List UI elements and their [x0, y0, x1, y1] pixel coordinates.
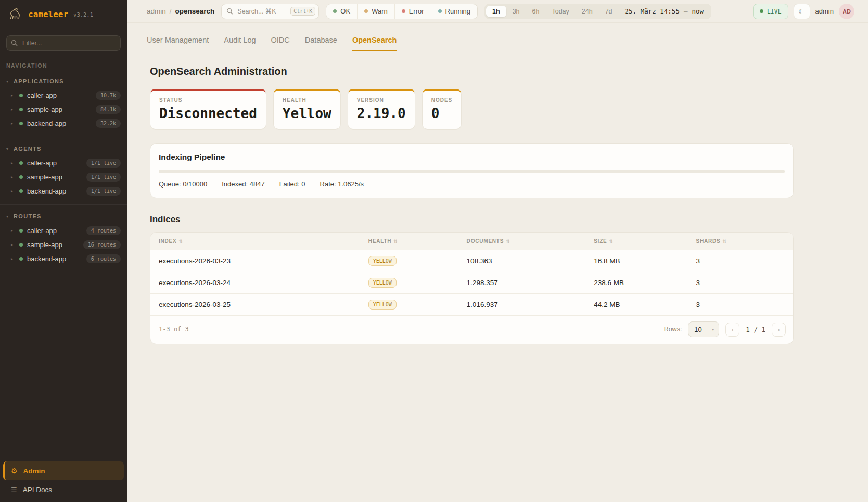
sidebar-item-application[interactable]: ▸ sample-app 84.1k — [0, 102, 127, 117]
time-range-display[interactable]: 25. März 14:55 — now — [619, 7, 710, 15]
tab[interactable]: User Management — [147, 36, 209, 51]
cell-size: 16.8 MB — [594, 250, 696, 272]
health-badge: YELLOW — [368, 300, 397, 310]
pipeline-stat: Indexed: 4847 — [222, 180, 264, 188]
chevron-down-icon: ▾ — [6, 147, 8, 151]
section-header-applications[interactable]: ▾ APPLICATIONS — [0, 75, 127, 88]
live-toggle[interactable]: LIVE — [753, 4, 788, 19]
tab[interactable]: Audit Log — [224, 36, 256, 51]
tab-label: OpenSearch — [352, 36, 397, 44]
status-dot-icon — [19, 243, 23, 247]
tab[interactable]: OIDC — [271, 36, 290, 51]
agents-list: ▸ caller-app 1/1 live ▸ sample-app 1/1 l… — [0, 156, 127, 198]
next-page-button[interactable]: › — [772, 323, 786, 337]
sidebar-item-agent[interactable]: ▸ sample-app 1/1 live — [0, 170, 127, 184]
top-bar: admin / opensearch Search... ⌘K Ctrl+K O… — [127, 0, 868, 23]
chevron-right-icon: ▸ — [11, 189, 15, 194]
time-range-button[interactable]: 6h — [526, 6, 546, 17]
sidebar-item-badge: 1/1 live — [86, 187, 121, 196]
sidebar-item-route[interactable]: ▸ backend-app 6 routes — [0, 252, 127, 266]
column-header-shards[interactable]: SHARDS⇅ — [696, 233, 793, 250]
column-header-documents[interactable]: DOCUMENTS⇅ — [467, 233, 594, 250]
avatar[interactable]: AD — [839, 4, 854, 19]
time-range-label: 24h — [582, 8, 593, 15]
section-title: AGENTS — [14, 146, 42, 152]
filter-input[interactable] — [6, 35, 121, 51]
status-filter-button[interactable]: OK — [326, 4, 357, 19]
sidebar-filter — [6, 35, 121, 51]
table-row[interactable]: executions-2026-03-24 YELLOW 1.298.357 2… — [150, 272, 793, 294]
tab[interactable]: OpenSearch — [352, 36, 397, 51]
status-dot-icon — [19, 257, 23, 261]
sidebar-item-badge: 1/1 live — [86, 173, 121, 182]
time-range-button[interactable]: 7d — [599, 6, 619, 17]
sort-icon: ⇅ — [723, 239, 727, 244]
column-header-index[interactable]: INDEX⇅ — [150, 233, 368, 250]
chevron-right-icon: ▸ — [11, 256, 15, 261]
indices-title: Indices — [150, 214, 794, 225]
time-range-button[interactable]: 3h — [506, 6, 526, 17]
stat-cards: STATUS Disconnected HEALTH Yellow VERSIO… — [150, 89, 794, 130]
list-icon: ☰ — [11, 486, 17, 494]
table-row[interactable]: executions-2026-03-25 YELLOW 1.016.937 4… — [150, 294, 793, 316]
gear-icon: ⚙ — [11, 467, 18, 475]
breadcrumb-root[interactable]: admin — [147, 7, 166, 15]
cell-shards: 3 — [696, 272, 793, 294]
sidebar-item-api-docs[interactable]: ☰ API Docs — [3, 480, 124, 497]
dark-mode-toggle[interactable]: ☾ — [794, 4, 810, 19]
cell-shards: 3 — [696, 294, 793, 316]
time-range-button[interactable]: 24h — [576, 6, 599, 17]
time-range-label: 3h — [513, 8, 520, 15]
indexing-pipeline-panel: Indexing Pipeline Queue: 0/10000 Indexed… — [150, 143, 794, 198]
sidebar-item-agent[interactable]: ▸ backend-app 1/1 live — [0, 184, 127, 198]
main-area: admin / opensearch Search... ⌘K Ctrl+K O… — [127, 0, 868, 502]
sidebar-item-application[interactable]: ▸ backend-app 32.2k — [0, 117, 127, 131]
tab-label: OIDC — [271, 36, 290, 44]
sidebar-footer: ⚙ Admin ☰ API Docs — [0, 457, 127, 502]
cell-health: YELLOW — [368, 294, 467, 316]
sidebar-item-agent[interactable]: ▸ caller-app 1/1 live — [0, 156, 127, 170]
page-title: OpenSearch Administration — [150, 66, 794, 78]
status-filter-button[interactable]: Error — [394, 4, 431, 19]
routes-list: ▸ caller-app 4 routes ▸ sample-app 16 ro… — [0, 224, 127, 266]
time-range-button[interactable]: Today — [545, 6, 575, 17]
status-dot-icon — [333, 9, 337, 13]
search-placeholder: Search... ⌘K — [237, 7, 286, 15]
sidebar-item-label: caller-app — [27, 159, 57, 167]
chevron-down-icon: ▾ — [712, 327, 714, 332]
status-filter-button[interactable]: Running — [431, 4, 477, 19]
status-dot-icon — [438, 9, 442, 13]
sidebar-item-admin[interactable]: ⚙ Admin — [3, 461, 124, 480]
tab-label: User Management — [147, 36, 209, 44]
sidebar-item-application[interactable]: ▸ caller-app 10.7k — [0, 88, 127, 102]
stat-value: 0 — [431, 106, 453, 121]
time-separator: — — [684, 7, 688, 15]
sidebar-item-badge: 6 routes — [86, 254, 121, 263]
breadcrumb: admin / opensearch — [147, 7, 214, 15]
time-range-button[interactable]: 1h — [486, 6, 506, 17]
search-icon — [11, 40, 18, 46]
status-filter-label: Error — [409, 7, 424, 15]
pipeline-stat: Failed: 0 — [279, 180, 305, 188]
table-row[interactable]: executions-2026-03-23 YELLOW 108.363 16.… — [150, 250, 793, 272]
status-dot-icon — [19, 94, 23, 97]
section-header-routes[interactable]: ▾ ROUTES — [0, 210, 127, 224]
cell-size: 44.2 MB — [594, 294, 696, 316]
sidebar-item-label: sample-app — [27, 241, 62, 249]
column-header-size[interactable]: SIZE⇅ — [594, 233, 696, 250]
status-dot-icon — [19, 108, 23, 111]
sidebar-item-route[interactable]: ▸ caller-app 4 routes — [0, 224, 127, 238]
status-dot-icon — [19, 122, 23, 125]
status-filter-button[interactable]: Warn — [357, 4, 394, 19]
table-header-row: INDEX⇅ HEALTH⇅ DOCUMENTS⇅ SIZE⇅ SHARDS⇅ — [150, 233, 793, 250]
column-header-health[interactable]: HEALTH⇅ — [368, 233, 467, 250]
stat-value: Yellow — [283, 106, 331, 121]
stat-value: 2.19.0 — [357, 106, 406, 121]
section-header-agents[interactable]: ▾ AGENTS — [0, 143, 127, 156]
global-search-input[interactable]: Search... ⌘K Ctrl+K — [221, 4, 319, 19]
rows-per-page-select[interactable]: 10 ▾ — [688, 321, 719, 337]
tab-label: Audit Log — [224, 36, 256, 44]
tab[interactable]: Database — [305, 36, 337, 51]
prev-page-button[interactable]: ‹ — [725, 323, 739, 337]
sidebar-item-route[interactable]: ▸ sample-app 16 routes — [0, 238, 127, 252]
